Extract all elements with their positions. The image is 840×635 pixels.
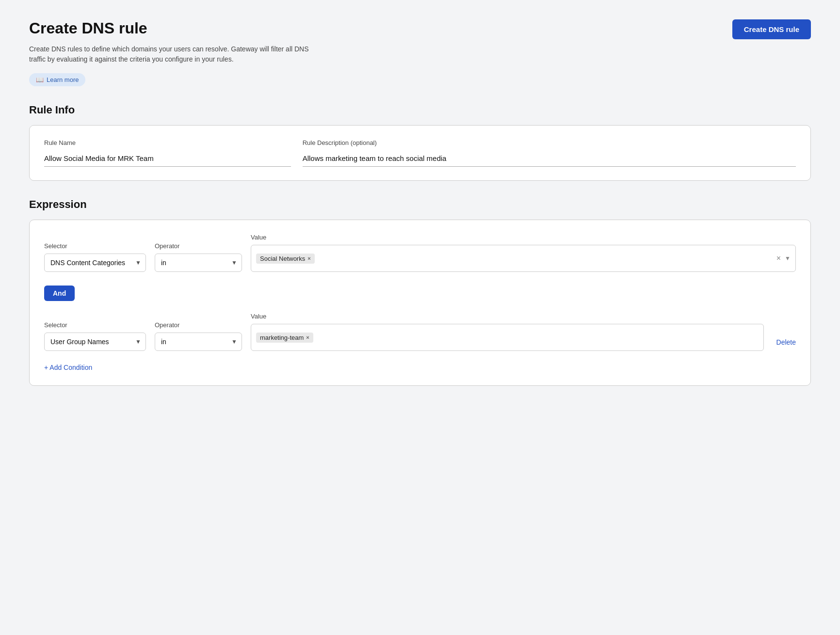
condition1-operator-wrapper: in ▼ [155, 254, 242, 272]
condition1-selector-label: Selector [44, 242, 146, 250]
book-icon: 📖 [36, 76, 44, 83]
condition2-operator-field: Operator in ▼ [155, 321, 242, 351]
condition1-value-chevron-icon: ▼ [785, 255, 791, 262]
rule-description-label: Rule Description (optional) [303, 139, 796, 146]
condition1-selector-select[interactable]: DNS Content Categories [44, 254, 146, 272]
condition1-tag-social-networks: Social Networks × [256, 254, 315, 264]
rule-name-input[interactable] [44, 150, 291, 167]
condition2-value-field: Value marketing-team × [251, 313, 764, 351]
rule-name-field: Rule Name [44, 139, 291, 167]
condition1-operator-label: Operator [155, 242, 242, 250]
condition2-selector-label: Selector [44, 321, 146, 329]
condition2-tag-marketing-team: marketing-team × [256, 333, 313, 343]
and-button[interactable]: And [44, 286, 75, 301]
condition2-selector-field: Selector User Group Names ▼ [44, 321, 146, 351]
condition1-value-clear-button[interactable]: × [775, 254, 783, 263]
condition1-value-label: Value [251, 234, 796, 241]
page-title: Create DNS rule [29, 19, 320, 37]
expression-card: Selector DNS Content Categories ▼ Operat… [29, 220, 811, 386]
rule-info-section-title: Rule Info [29, 104, 811, 116]
condition2-value-box: marketing-team × [256, 327, 759, 348]
add-condition-button[interactable]: + Add Condition [44, 364, 92, 371]
condition1-tag-label: Social Networks [260, 255, 305, 262]
condition-2-row: Selector User Group Names ▼ Operator in … [44, 313, 796, 351]
condition1-operator-select[interactable]: in [155, 254, 242, 272]
create-dns-rule-button[interactable]: Create DNS rule [732, 19, 811, 39]
condition2-operator-select[interactable]: in [155, 333, 242, 351]
condition2-tag-remove-button[interactable]: × [306, 334, 309, 340]
rule-description-field: Rule Description (optional) [303, 139, 796, 167]
expression-section-title: Expression [29, 198, 811, 211]
condition2-selector-select[interactable]: User Group Names [44, 333, 146, 351]
condition1-tag-remove-button[interactable]: × [307, 255, 310, 261]
condition2-operator-label: Operator [155, 321, 242, 329]
learn-more-label: Learn more [47, 76, 79, 83]
condition1-value-box: Social Networks × [256, 248, 775, 269]
condition-1-row: Selector DNS Content Categories ▼ Operat… [44, 234, 796, 272]
condition1-operator-field: Operator in ▼ [155, 242, 242, 272]
learn-more-button[interactable]: 📖 Learn more [29, 73, 85, 86]
condition2-operator-wrapper: in ▼ [155, 333, 242, 351]
condition1-selector-field: Selector DNS Content Categories ▼ [44, 242, 146, 272]
page-description: Create DNS rules to define which domains… [29, 44, 320, 64]
condition1-selector-wrapper: DNS Content Categories ▼ [44, 254, 146, 272]
condition2-tag-label: marketing-team [260, 334, 304, 341]
condition2-delete-button[interactable]: Delete [776, 338, 796, 351]
rule-info-card: Rule Name Rule Description (optional) [29, 125, 811, 181]
condition2-selector-wrapper: User Group Names ▼ [44, 333, 146, 351]
rule-name-label: Rule Name [44, 139, 291, 146]
condition1-value-field: Value Social Networks × × ▼ [251, 234, 796, 272]
condition2-value-label: Value [251, 313, 764, 320]
rule-description-input[interactable] [303, 150, 796, 167]
